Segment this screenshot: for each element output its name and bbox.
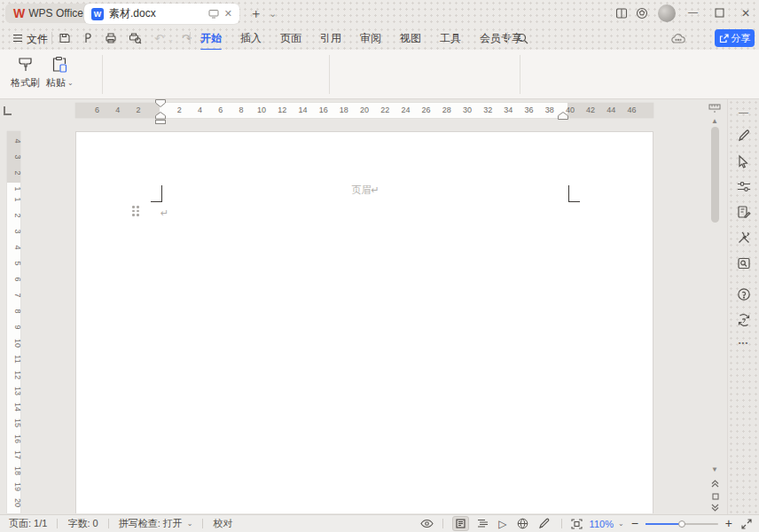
menu-bar: 文件 ↶ ⌄ ↷ ⌄ 开始 插入 页面 引用 审阅 视图 工具 会员专享	[0, 27, 759, 50]
zoom-level[interactable]: 110%	[590, 519, 614, 529]
tab-stop-selector-icon[interactable]	[4, 106, 12, 115]
close-window-button[interactable]: ✕	[741, 7, 750, 20]
close-tab-icon[interactable]: ✕	[224, 8, 232, 20]
tab-insert[interactable]: 插入	[239, 27, 263, 50]
document-tab[interactable]: W 素材.docx ✕	[84, 4, 239, 24]
tab-home[interactable]: 开始	[199, 27, 223, 50]
divider	[329, 55, 330, 94]
page-view-icon[interactable]	[452, 516, 469, 531]
tab-view[interactable]: 视图	[398, 27, 423, 50]
spellcheck-chevron-icon[interactable]: ⌄	[187, 520, 193, 528]
tab-tools[interactable]: 工具	[438, 27, 463, 50]
divider	[202, 519, 203, 528]
search-icon[interactable]	[517, 33, 528, 44]
document-workspace: 6422468101214161820222426283032343638404…	[0, 99, 759, 514]
file-menu[interactable]: 文件	[27, 32, 48, 47]
proofread-button[interactable]: 校对	[213, 517, 232, 530]
vertical-scrollbar-thumb[interactable]	[711, 127, 719, 223]
scroll-down-icon[interactable]: ▼	[709, 466, 720, 473]
right-crop-mark	[568, 185, 580, 201]
spellcheck-status[interactable]: 拼写检查: 打开	[119, 517, 183, 530]
hanging-indent-marker[interactable]	[155, 112, 166, 124]
edit-pen-icon[interactable]	[737, 129, 751, 143]
zoom-in-button[interactable]: +	[725, 520, 732, 527]
tab-page[interactable]: 页面	[278, 27, 303, 50]
undo-icon[interactable]: ↶	[154, 32, 164, 45]
select-browse-object-icon[interactable]	[712, 493, 719, 500]
right-sidebar: — •••	[727, 99, 759, 514]
ruler-toggle-icon[interactable]	[708, 103, 721, 113]
pilcrow-mark: ↵	[160, 207, 168, 219]
previous-page-icon[interactable]	[711, 480, 719, 488]
open-in-window-icon[interactable]	[208, 9, 219, 19]
right-indent-marker[interactable]	[558, 112, 568, 120]
minimize-button[interactable]: —	[688, 6, 698, 17]
format-painter-icon	[16, 55, 35, 74]
split-view-icon[interactable]	[615, 7, 628, 20]
paste-button[interactable]: 粘贴⌄	[46, 55, 74, 90]
left-crop-mark	[151, 185, 162, 201]
undo-chevron-icon[interactable]: ⌄	[168, 36, 174, 43]
share-button[interactable]: 分享	[715, 29, 755, 47]
pilcrow-mark: ↵	[371, 184, 379, 195]
menu-tab-strip: 开始 插入 页面 引用 审阅 视图 工具 会员专享	[199, 27, 524, 50]
print-preview-icon[interactable]	[129, 32, 142, 44]
divider	[108, 519, 109, 528]
toolbox-icon[interactable]	[737, 231, 751, 245]
divider	[51, 32, 52, 44]
word-count[interactable]: 字数: 0	[67, 517, 98, 530]
outline-view-icon[interactable]	[477, 519, 489, 528]
page-indicator[interactable]: 页面: 1/1	[9, 517, 47, 530]
zoom-slider-handle[interactable]	[678, 520, 685, 528]
zoom-out-button[interactable]: −	[631, 520, 638, 527]
theme-skin-icon[interactable]	[636, 7, 648, 20]
read-mode-icon[interactable]: ▷	[498, 519, 506, 529]
divider	[507, 32, 508, 44]
new-tab-button[interactable]: ＋	[249, 5, 262, 22]
cloud-sync-icon[interactable]	[671, 33, 685, 44]
right-crop-mark	[568, 201, 580, 202]
help-icon[interactable]	[737, 287, 751, 301]
format-painter-button[interactable]: 格式刷	[11, 55, 40, 90]
eye-protect-icon[interactable]	[420, 519, 434, 528]
save-icon[interactable]	[59, 32, 71, 44]
wps-logo-icon: W	[13, 6, 23, 20]
app-home-button[interactable]: W WPS Office	[5, 4, 94, 23]
share-icon	[719, 34, 729, 43]
first-line-indent-marker[interactable]	[155, 99, 166, 107]
sidebar-collapse-icon[interactable]: —	[739, 106, 748, 117]
vertical-ruler[interactable]: 4321 1234567891011121314151617181920	[7, 131, 20, 513]
fullscreen-icon[interactable]	[741, 519, 752, 529]
maximize-button[interactable]	[715, 8, 724, 18]
more-icon[interactable]: •••	[739, 339, 748, 347]
vruler-margin-numbers: 4321	[7, 133, 20, 197]
writer-doc-icon: W	[91, 8, 104, 20]
adjust-sliders-icon[interactable]	[737, 180, 751, 193]
print-icon[interactable]	[105, 32, 117, 44]
paste-chevron-icon[interactable]: ⌄	[67, 80, 74, 87]
ink-pen-icon[interactable]	[538, 518, 551, 529]
export-pdf-icon[interactable]	[82, 32, 94, 44]
user-avatar[interactable]	[658, 4, 676, 22]
document-tab-title: 素材.docx	[109, 6, 203, 21]
document-page[interactable]: 页眉↵ ↵	[75, 131, 653, 513]
tab-reference[interactable]: 引用	[318, 27, 343, 50]
scroll-up-icon[interactable]: ▲	[709, 117, 720, 125]
tab-list-chevron-icon[interactable]: ⌄	[269, 8, 277, 20]
app-name: WPS Office	[28, 7, 83, 20]
paper-edit-icon[interactable]	[737, 205, 751, 219]
translate-icon[interactable]	[737, 313, 751, 327]
hamburger-icon[interactable]	[12, 34, 23, 43]
divider	[561, 519, 562, 528]
resource-search-icon[interactable]	[737, 256, 751, 270]
paragraph-drag-handle[interactable]	[132, 206, 139, 216]
zoom-chevron-icon[interactable]: ⌄	[618, 520, 624, 528]
zoom-slider[interactable]	[646, 523, 718, 525]
web-view-icon[interactable]	[517, 518, 528, 529]
select-cursor-icon[interactable]	[737, 154, 750, 168]
status-bar: 页面: 1/1 字数: 0 拼写检查: 打开 ⌄ 校对 ▷ 110% ⌄ − +	[0, 514, 759, 532]
tab-review[interactable]: 审阅	[358, 27, 383, 50]
fit-page-icon[interactable]	[571, 519, 583, 529]
ribbon-toolbar: 格式刷 粘贴⌄ ✂ ⌟ 等线 (正文)⌄ 五号⌄ A+ A− ⌄	[0, 50, 759, 99]
next-page-icon[interactable]	[711, 504, 719, 512]
